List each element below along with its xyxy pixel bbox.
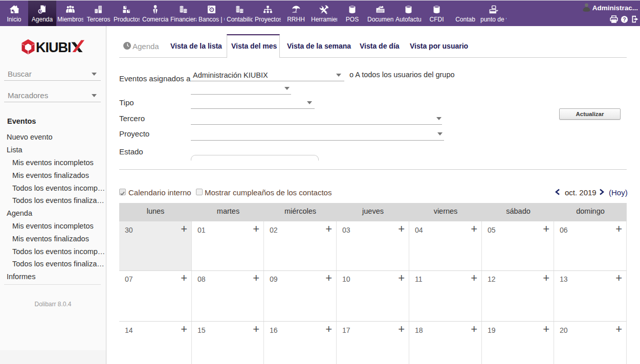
svg-text:KIUBI: KIUBI (36, 40, 71, 55)
svg-text:?: ? (623, 16, 626, 22)
